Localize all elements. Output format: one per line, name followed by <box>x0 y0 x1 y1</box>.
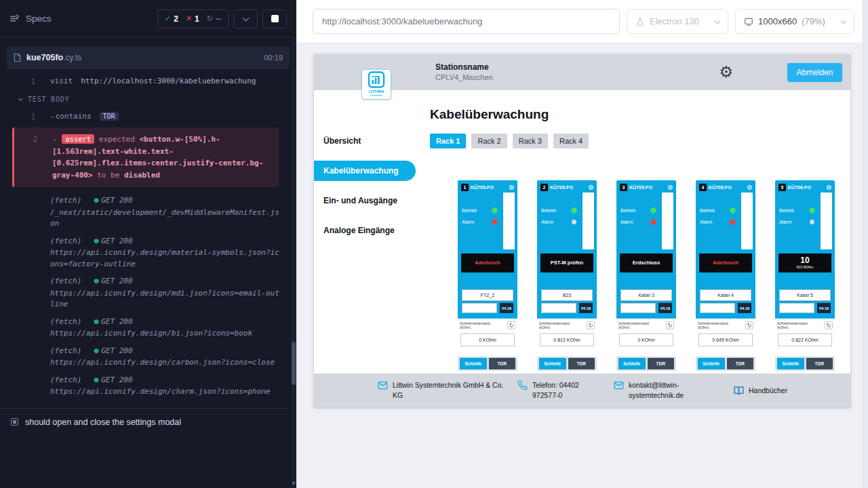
test-body-section[interactable]: TEST BODY <box>0 90 288 108</box>
refresh-icon[interactable]: ↻ <box>507 321 515 329</box>
chevron-down-icon <box>242 14 249 21</box>
specs-menu-button[interactable]: Specs <box>9 14 52 24</box>
tdr-button[interactable]: TDR <box>806 358 833 369</box>
url-input[interactable] <box>313 9 620 34</box>
page-title: Kabelüberwachung <box>430 107 850 122</box>
fetch-label: (fetch) <box>50 277 81 285</box>
cable-name-field[interactable]: Kabel 4 <box>700 289 751 301</box>
cypress-reporter: Specs ✓2 ✕1 ↻-- kue705fo.cy.ts 00:19 1vi… <box>0 0 296 488</box>
reporter-scrollbar[interactable] <box>290 38 296 488</box>
rack-tab-rack-4[interactable]: Rack 4 <box>553 134 589 148</box>
schleife-button[interactable]: Schleife <box>777 358 804 369</box>
firmware-version: V4.19 <box>658 303 672 313</box>
module-model: KÜ706-FO <box>788 185 811 190</box>
app-body: Übersicht Kabelüberwachung Ein- und Ausg… <box>314 90 850 373</box>
rack-tab-rack-1[interactable]: Rack 1 <box>430 134 466 148</box>
cable-name-field[interactable]: FTZ_2 <box>462 289 513 301</box>
log-fetch[interactable]: (fetch)●GET 200 https://api.iconify.desi… <box>0 272 288 312</box>
sidebar-item-kabel-berwachung[interactable]: Kabelüberwachung <box>314 161 416 181</box>
book-icon <box>734 386 744 396</box>
tdr-button[interactable]: TDR <box>648 358 675 369</box>
firmware-version: V4.19 <box>579 303 593 313</box>
spare-field <box>462 303 497 313</box>
spec-name: kue705fo <box>26 53 63 62</box>
module-number: 5 <box>778 184 786 191</box>
sidebar-item-bersicht[interactable]: Übersicht <box>314 131 416 151</box>
scrollbar-thumb[interactable] <box>292 342 296 385</box>
tdr-button[interactable]: TDR <box>727 358 754 369</box>
footer-contact-text: Littwin Systemtechnik GmbH & Co. KG <box>393 380 507 400</box>
log-fetch[interactable]: (fetch)●GET 200 https://api.iconify.desi… <box>0 371 288 400</box>
page-scrollbar[interactable] <box>863 0 868 488</box>
viewport-select[interactable]: 1000x660 (79%) <box>735 9 854 34</box>
collapse-tests-button[interactable] <box>233 9 258 28</box>
log-command[interactable]: 1visithttp://localhost:3000/kabelueberwa… <box>0 73 288 90</box>
schleife-button[interactable]: Schleife <box>618 358 646 369</box>
refresh-icon[interactable]: ↻ <box>587 321 595 329</box>
log-command[interactable]: 1-containsTDR <box>0 108 288 125</box>
scroll-down-arrow-icon[interactable] <box>292 482 296 485</box>
logout-button[interactable]: Abmelden <box>787 63 842 82</box>
module-settings-icon[interactable]: ⚙ <box>826 184 832 191</box>
module-settings-icon[interactable]: ⚙ <box>667 184 673 191</box>
measurement-panel: Schleifenwiderstand [kOhm] ↻ 0.812 KOhm … <box>537 319 597 371</box>
module-settings-icon[interactable]: ⚙ <box>747 184 753 191</box>
refresh-icon[interactable]: ↻ <box>745 321 753 329</box>
check-icon: ✓ <box>165 14 171 23</box>
betrieb-led <box>810 208 814 213</box>
spec-header[interactable]: kue705fo.cy.ts 00:19 <box>7 46 290 69</box>
footer-contact-1-mail[interactable]: Littwin Systemtechnik GmbH & Co. KG <box>378 380 517 400</box>
rack-tab-rack-3[interactable]: Rack 3 <box>513 134 548 148</box>
log-fetch[interactable]: (fetch)●GET 200 https://api.iconify.desi… <box>0 342 288 371</box>
rack-tab-label: Rack 3 <box>519 137 542 145</box>
schleife-button[interactable]: Schleife <box>539 358 566 369</box>
browser-select[interactable]: Electron 130 <box>627 9 728 34</box>
success-dot-icon: ● <box>94 277 99 284</box>
schleife-button[interactable]: Schleife <box>698 358 725 369</box>
refresh-icon[interactable]: ↻ <box>825 321 833 329</box>
sidebar-item-analoge-eing-nge[interactable]: Analoge Eingänge <box>314 220 416 241</box>
resistance-value: 0.822 KOhm <box>778 333 832 346</box>
status-unit: ISO MOhm <box>796 266 813 270</box>
cable-name-field[interactable]: B23 <box>541 289 593 301</box>
log-fetch[interactable]: (fetch)●GET 200 /_next/static/developmen… <box>0 191 288 232</box>
browser-name: Electron 130 <box>650 16 699 26</box>
tdr-button[interactable]: TDR <box>489 358 516 369</box>
sidebar-item-ein-und-ausg-nge[interactable]: Ein- und Ausgänge <box>314 190 416 211</box>
footer-contact-2-phone[interactable]: Telefon: 04402 972577-0 <box>517 380 614 400</box>
log-entries: 1-containsTDR 2- assert expected <button… <box>0 108 288 400</box>
cross-icon: ✕ <box>186 14 192 23</box>
assert-state: disabled <box>124 171 160 180</box>
module-settings-icon[interactable]: ⚙ <box>588 184 594 191</box>
alarm-label: Alarm <box>541 220 553 224</box>
betrieb-led <box>730 208 735 213</box>
cable-name-field[interactable]: Kabel 3 <box>620 289 672 301</box>
sidebar-item-label: Übersicht <box>323 136 361 146</box>
station-block: Stationsname CPLV4_Maschen <box>435 62 493 82</box>
status-text: Erdschluss <box>633 260 660 266</box>
rack-tab-rack-2[interactable]: Rack 2 <box>471 134 507 148</box>
firmware-version: V4.19 <box>738 303 751 313</box>
fetch-status: GET 200 <box>101 277 132 285</box>
footer-contact-4-book[interactable]: Handbücher <box>734 386 787 396</box>
module-settings-icon[interactable]: ⚙ <box>509 184 515 191</box>
betrieb-label: Betrieb <box>620 208 635 213</box>
log-assert-failed[interactable]: 2- assert expected <button.w-[50%].h-[1.… <box>12 127 279 187</box>
alarm-label: Alarm <box>700 220 712 224</box>
cable-name-field[interactable]: Kabel 5 <box>779 289 831 301</box>
settings-gear-icon[interactable]: ⚙ <box>719 64 733 80</box>
stop-tests-button[interactable] <box>262 9 287 28</box>
alarm-label: Alarm <box>779 220 791 224</box>
next-test-item[interactable]: should open and close the settings modal <box>0 408 288 436</box>
spec-file-icon <box>14 53 21 62</box>
measurement-panel: Schleifenwiderstand [kOhm] ↻ 0 KOhm Schl… <box>458 319 517 371</box>
refresh-icon[interactable]: ↻ <box>666 321 674 329</box>
log-fetch[interactable]: (fetch)●GET 200 https://api.iconify.desi… <box>0 232 288 272</box>
footer-contact-3-mail[interactable]: kontakt@littwin-systemtechnik.de <box>614 380 734 400</box>
status-display: Aderbruch <box>461 253 514 272</box>
footer-contact-text: Telefon: 04402 972577-0 <box>532 380 595 400</box>
schleife-button[interactable]: Schleife <box>460 358 487 369</box>
tdr-button[interactable]: TDR <box>568 358 595 369</box>
log-fetch[interactable]: (fetch)●GET 200 https://api.iconify.desi… <box>0 312 288 342</box>
log-pre-section: 1visithttp://localhost:3000/kabelueberwa… <box>0 73 288 90</box>
